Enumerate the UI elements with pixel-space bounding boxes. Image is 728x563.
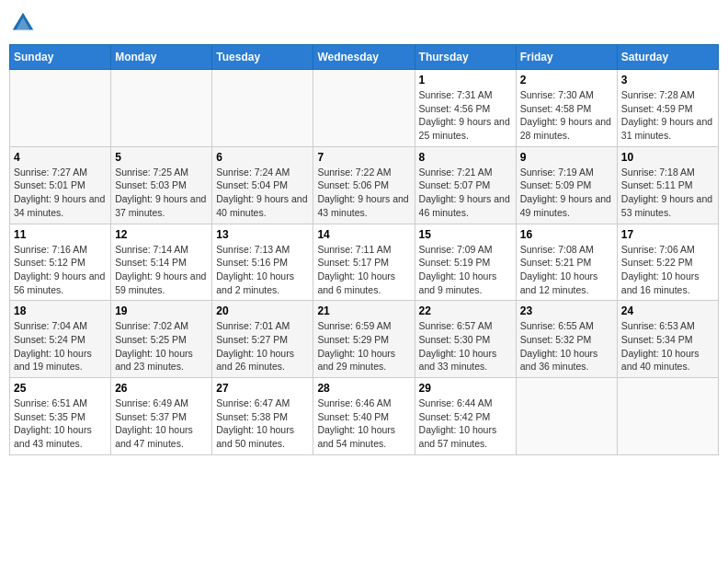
- day-cell-19: 19Sunrise: 7:02 AM Sunset: 5:25 PM Dayli…: [111, 301, 212, 378]
- empty-cell: [10, 70, 111, 147]
- day-info: Sunrise: 6:53 AM Sunset: 5:34 PM Dayligh…: [621, 319, 714, 373]
- empty-cell: [516, 378, 617, 455]
- day-cell-18: 18Sunrise: 7:04 AM Sunset: 5:24 PM Dayli…: [10, 301, 111, 378]
- day-number: 4: [14, 151, 107, 164]
- day-number: 13: [216, 228, 309, 241]
- day-info: Sunrise: 6:55 AM Sunset: 5:32 PM Dayligh…: [520, 319, 613, 373]
- day-info: Sunrise: 6:46 AM Sunset: 5:40 PM Dayligh…: [317, 396, 410, 451]
- day-cell-7: 7Sunrise: 7:22 AM Sunset: 5:06 PM Daylig…: [313, 146, 415, 224]
- week-row-3: 11Sunrise: 7:16 AM Sunset: 5:12 PM Dayli…: [10, 224, 719, 301]
- day-number: 10: [621, 151, 714, 164]
- day-info: Sunrise: 7:31 AM Sunset: 4:56 PM Dayligh…: [419, 88, 512, 143]
- day-cell-28: 28Sunrise: 6:46 AM Sunset: 5:40 PM Dayli…: [313, 378, 415, 455]
- day-info: Sunrise: 7:25 AM Sunset: 5:03 PM Dayligh…: [115, 166, 208, 220]
- day-info: Sunrise: 6:51 AM Sunset: 5:35 PM Dayligh…: [14, 396, 107, 451]
- day-number: 2: [520, 74, 613, 86]
- week-row-5: 25Sunrise: 6:51 AM Sunset: 5:35 PM Dayli…: [10, 378, 719, 455]
- calendar-table: SundayMondayTuesdayWednesdayThursdayFrid…: [9, 44, 719, 455]
- day-info: Sunrise: 6:47 AM Sunset: 5:38 PM Dayligh…: [216, 396, 309, 451]
- day-cell-17: 17Sunrise: 7:06 AM Sunset: 5:22 PM Dayli…: [617, 224, 718, 301]
- day-number: 7: [317, 151, 410, 164]
- day-info: Sunrise: 6:44 AM Sunset: 5:42 PM Dayligh…: [419, 396, 512, 451]
- calendar-body: 1Sunrise: 7:31 AM Sunset: 4:56 PM Daylig…: [10, 70, 719, 455]
- day-number: 20: [216, 304, 309, 317]
- day-number: 6: [216, 151, 309, 164]
- day-number: 16: [520, 228, 613, 241]
- day-number: 23: [520, 304, 613, 317]
- day-info: Sunrise: 7:28 AM Sunset: 4:59 PM Dayligh…: [621, 88, 714, 143]
- day-number: 15: [419, 228, 512, 241]
- weekday-saturday: Saturday: [617, 45, 718, 70]
- day-cell-9: 9Sunrise: 7:19 AM Sunset: 5:09 PM Daylig…: [516, 146, 617, 224]
- day-cell-13: 13Sunrise: 7:13 AM Sunset: 5:16 PM Dayli…: [212, 224, 313, 301]
- day-info: Sunrise: 7:14 AM Sunset: 5:14 PM Dayligh…: [115, 243, 208, 297]
- day-cell-15: 15Sunrise: 7:09 AM Sunset: 5:19 PM Dayli…: [415, 224, 516, 301]
- day-number: 19: [115, 304, 208, 317]
- week-row-2: 4Sunrise: 7:27 AM Sunset: 5:01 PM Daylig…: [10, 146, 719, 224]
- day-cell-2: 2Sunrise: 7:30 AM Sunset: 4:58 PM Daylig…: [516, 70, 617, 147]
- day-cell-27: 27Sunrise: 6:47 AM Sunset: 5:38 PM Dayli…: [212, 378, 313, 455]
- logo-icon: [9, 9, 37, 37]
- day-cell-11: 11Sunrise: 7:16 AM Sunset: 5:12 PM Dayli…: [10, 224, 111, 301]
- day-number: 26: [115, 382, 208, 395]
- day-info: Sunrise: 6:57 AM Sunset: 5:30 PM Dayligh…: [419, 319, 512, 373]
- logo: [9, 9, 40, 37]
- day-info: Sunrise: 7:02 AM Sunset: 5:25 PM Dayligh…: [115, 319, 208, 373]
- day-cell-14: 14Sunrise: 7:11 AM Sunset: 5:17 PM Dayli…: [313, 224, 415, 301]
- day-info: Sunrise: 7:27 AM Sunset: 5:01 PM Dayligh…: [14, 166, 107, 220]
- day-number: 17: [621, 228, 714, 241]
- day-info: Sunrise: 6:59 AM Sunset: 5:29 PM Dayligh…: [317, 319, 410, 373]
- day-info: Sunrise: 7:16 AM Sunset: 5:12 PM Dayligh…: [14, 243, 107, 297]
- day-cell-5: 5Sunrise: 7:25 AM Sunset: 5:03 PM Daylig…: [111, 146, 212, 224]
- day-cell-12: 12Sunrise: 7:14 AM Sunset: 5:14 PM Dayli…: [111, 224, 212, 301]
- empty-cell: [313, 70, 415, 147]
- day-number: 29: [419, 382, 512, 395]
- day-number: 21: [317, 304, 410, 317]
- day-cell-4: 4Sunrise: 7:27 AM Sunset: 5:01 PM Daylig…: [10, 146, 111, 224]
- weekday-monday: Monday: [111, 45, 212, 70]
- empty-cell: [212, 70, 313, 147]
- empty-cell: [617, 378, 718, 455]
- day-number: 25: [14, 382, 107, 395]
- day-number: 12: [115, 228, 208, 241]
- weekday-header-row: SundayMondayTuesdayWednesdayThursdayFrid…: [10, 45, 719, 70]
- day-cell-20: 20Sunrise: 7:01 AM Sunset: 5:27 PM Dayli…: [212, 301, 313, 378]
- day-info: Sunrise: 7:11 AM Sunset: 5:17 PM Dayligh…: [317, 243, 410, 297]
- day-number: 3: [621, 74, 714, 86]
- day-cell-6: 6Sunrise: 7:24 AM Sunset: 5:04 PM Daylig…: [212, 146, 313, 224]
- day-info: Sunrise: 7:24 AM Sunset: 5:04 PM Dayligh…: [216, 166, 309, 220]
- day-cell-10: 10Sunrise: 7:18 AM Sunset: 5:11 PM Dayli…: [617, 146, 718, 224]
- day-number: 8: [419, 151, 512, 164]
- day-cell-8: 8Sunrise: 7:21 AM Sunset: 5:07 PM Daylig…: [415, 146, 516, 224]
- day-info: Sunrise: 7:18 AM Sunset: 5:11 PM Dayligh…: [621, 166, 714, 220]
- day-cell-25: 25Sunrise: 6:51 AM Sunset: 5:35 PM Dayli…: [10, 378, 111, 455]
- day-cell-21: 21Sunrise: 6:59 AM Sunset: 5:29 PM Dayli…: [313, 301, 415, 378]
- day-number: 28: [317, 382, 410, 395]
- weekday-thursday: Thursday: [415, 45, 516, 70]
- week-row-4: 18Sunrise: 7:04 AM Sunset: 5:24 PM Dayli…: [10, 301, 719, 378]
- day-info: Sunrise: 7:06 AM Sunset: 5:22 PM Dayligh…: [621, 243, 714, 297]
- day-info: Sunrise: 7:30 AM Sunset: 4:58 PM Dayligh…: [520, 88, 613, 143]
- day-info: Sunrise: 7:13 AM Sunset: 5:16 PM Dayligh…: [216, 243, 309, 297]
- day-number: 14: [317, 228, 410, 241]
- day-number: 18: [14, 304, 107, 317]
- day-cell-29: 29Sunrise: 6:44 AM Sunset: 5:42 PM Dayli…: [415, 378, 516, 455]
- week-row-1: 1Sunrise: 7:31 AM Sunset: 4:56 PM Daylig…: [10, 70, 719, 147]
- weekday-tuesday: Tuesday: [212, 45, 313, 70]
- day-number: 24: [621, 304, 714, 317]
- day-cell-3: 3Sunrise: 7:28 AM Sunset: 4:59 PM Daylig…: [617, 70, 718, 147]
- day-cell-22: 22Sunrise: 6:57 AM Sunset: 5:30 PM Dayli…: [415, 301, 516, 378]
- day-info: Sunrise: 7:21 AM Sunset: 5:07 PM Dayligh…: [419, 166, 512, 220]
- day-info: Sunrise: 7:01 AM Sunset: 5:27 PM Dayligh…: [216, 319, 309, 373]
- day-info: Sunrise: 7:22 AM Sunset: 5:06 PM Dayligh…: [317, 166, 410, 220]
- day-info: Sunrise: 6:49 AM Sunset: 5:37 PM Dayligh…: [115, 396, 208, 451]
- day-number: 22: [419, 304, 512, 317]
- day-info: Sunrise: 7:04 AM Sunset: 5:24 PM Dayligh…: [14, 319, 107, 373]
- day-info: Sunrise: 7:09 AM Sunset: 5:19 PM Dayligh…: [419, 243, 512, 297]
- day-cell-16: 16Sunrise: 7:08 AM Sunset: 5:21 PM Dayli…: [516, 224, 617, 301]
- weekday-friday: Friday: [516, 45, 617, 70]
- day-number: 5: [115, 151, 208, 164]
- calendar-header: SundayMondayTuesdayWednesdayThursdayFrid…: [10, 45, 719, 70]
- day-info: Sunrise: 7:08 AM Sunset: 5:21 PM Dayligh…: [520, 243, 613, 297]
- day-cell-23: 23Sunrise: 6:55 AM Sunset: 5:32 PM Dayli…: [516, 301, 617, 378]
